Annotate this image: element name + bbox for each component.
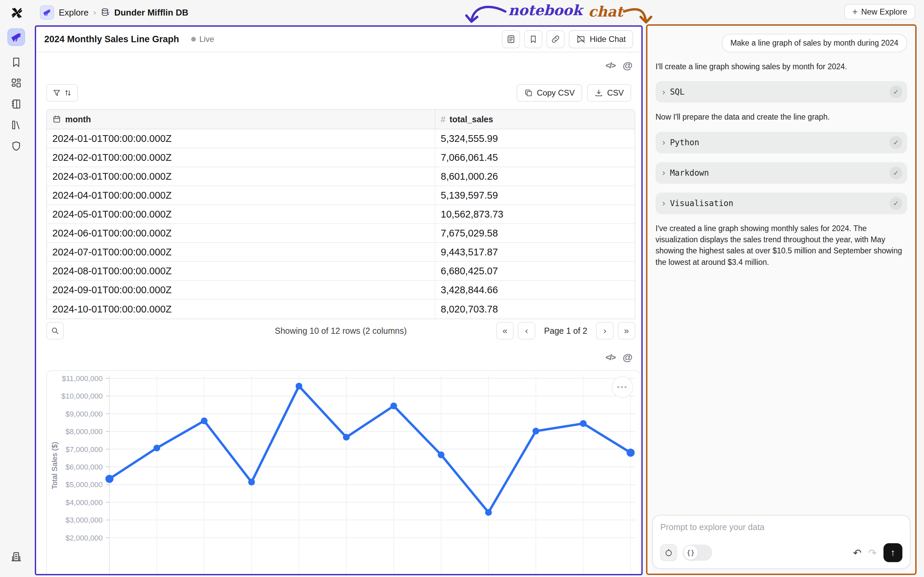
bookmark-button[interactable]	[524, 30, 542, 48]
column-header-total-sales[interactable]: # total_sales	[435, 110, 634, 129]
chat-annotation: chat	[588, 3, 623, 20]
check-icon: ✓	[890, 136, 902, 149]
history-button[interactable]	[660, 544, 677, 561]
cell-total-sales[interactable]: 7,066,061.45	[435, 148, 634, 166]
table-row[interactable]: 2024-07-01T00:00:00.000Z9,443,517.87	[47, 243, 634, 262]
cell-total-sales[interactable]: 8,020,703.78	[435, 300, 634, 319]
chat-thread: Make a line graph of sales by month duri…	[647, 26, 915, 510]
y-tick-label: $8,000,000	[66, 427, 103, 436]
first-page-button[interactable]: «	[496, 322, 514, 340]
mention-icon[interactable]: @	[623, 352, 633, 363]
chat-panel: Make a line graph of sales by month duri…	[646, 24, 917, 575]
breadcrumb-database[interactable]: Dunder Mifflin DB	[101, 7, 188, 18]
check-icon: ✓	[890, 166, 902, 179]
chevron-right-icon: ›	[662, 198, 665, 208]
data-point-jun[interactable]	[343, 434, 350, 440]
data-point-apr[interactable]	[248, 479, 255, 485]
table-row[interactable]: 2024-03-01T00:00:00.000Z8,601,000.26	[47, 167, 634, 186]
cell-total-sales[interactable]: 6,680,425.07	[435, 262, 634, 280]
code-block-markdown[interactable]: ›Markdown✓	[655, 162, 907, 184]
filter-sort-button[interactable]	[46, 84, 78, 102]
cell-month[interactable]: 2024-01-01T00:00:00.000Z	[47, 129, 435, 148]
code-icon[interactable]: </>	[605, 61, 615, 70]
data-point-mar[interactable]	[201, 417, 208, 424]
redo-button[interactable]: ↷	[868, 547, 877, 559]
sidebar-item-bookmarks[interactable]	[7, 53, 25, 71]
cell-month[interactable]: 2024-02-01T00:00:00.000Z	[47, 148, 435, 166]
table-row[interactable]: 2024-09-01T00:00:00.000Z3,428,844.66	[47, 281, 634, 300]
code-mode-toggle[interactable]: {}	[683, 545, 712, 561]
code-block-python[interactable]: ›Python✓	[655, 132, 907, 153]
prev-page-button[interactable]: ‹	[518, 322, 535, 340]
cell-month[interactable]: 2024-10-01T00:00:00.000Z	[47, 300, 435, 319]
cell-total-sales[interactable]: 3,428,844.66	[435, 281, 634, 299]
mention-icon[interactable]: @	[623, 60, 633, 71]
y-tick-label: $10,000,000	[61, 392, 103, 400]
breadcrumb-separator: ›	[93, 8, 96, 17]
code-block-sql[interactable]: ›SQL✓	[655, 81, 907, 103]
sidebar-item-apps[interactable]	[7, 74, 25, 92]
sidebar-item-organization[interactable]	[7, 548, 25, 566]
download-csv-button[interactable]: CSV	[587, 84, 631, 102]
data-point-oct[interactable]	[533, 428, 539, 434]
sidebar-item-security[interactable]	[7, 137, 25, 155]
data-point-dec[interactable]	[626, 449, 634, 457]
page-indicator: Page 1 of 2	[539, 326, 592, 336]
check-icon: ✓	[890, 197, 902, 210]
breadcrumb-section[interactable]: Explore	[59, 7, 89, 18]
chat-input-card[interactable]: Prompt to explore your data {} ↶ ↷ ↑	[652, 515, 911, 569]
sidebar-item-explore[interactable]	[7, 28, 25, 46]
code-icon[interactable]: </>	[605, 353, 615, 362]
share-link-button[interactable]	[546, 30, 565, 48]
code-block-visualisation[interactable]: ›Visualisation✓	[655, 193, 907, 214]
copy-csv-button[interactable]: Copy CSV	[517, 84, 582, 102]
table-row[interactable]: 2024-01-01T00:00:00.000Z5,324,555.99	[47, 129, 634, 148]
table-row[interactable]: 2024-02-01T00:00:00.000Z7,066,061.45	[47, 148, 634, 167]
table-row[interactable]: 2024-06-01T00:00:00.000Z7,675,029.58	[47, 224, 634, 243]
table-row[interactable]: 2024-04-01T00:00:00.000Z5,139,597.59	[47, 186, 634, 205]
chat-input-area: Prompt to explore your data {} ↶ ↷ ↑	[647, 510, 915, 574]
table-row[interactable]: 2024-08-01T00:00:00.000Z6,680,425.07	[47, 262, 634, 281]
undo-button[interactable]: ↶	[853, 547, 861, 559]
table-row[interactable]: 2024-10-01T00:00:00.000Z8,020,703.78	[47, 300, 634, 319]
data-point-jul[interactable]	[390, 403, 397, 409]
cell-month[interactable]: 2024-04-01T00:00:00.000Z	[47, 186, 435, 205]
cell-month[interactable]: 2024-03-01T00:00:00.000Z	[47, 167, 435, 185]
data-point-jan[interactable]	[105, 475, 113, 483]
last-page-button[interactable]: »	[618, 322, 635, 340]
cell-month[interactable]: 2024-09-01T00:00:00.000Z	[47, 281, 435, 299]
data-point-sep[interactable]	[485, 509, 492, 516]
cell-total-sales[interactable]: 5,139,597.59	[435, 186, 634, 205]
table-row[interactable]: 2024-05-01T00:00:00.000Z10,562,873.73	[47, 205, 634, 224]
explore-chip-icon[interactable]	[40, 5, 54, 19]
new-explore-button[interactable]: + New Explore	[844, 4, 915, 19]
data-point-nov[interactable]	[580, 420, 587, 427]
cell-total-sales[interactable]: 9,443,517.87	[435, 243, 634, 261]
cell-month[interactable]: 2024-06-01T00:00:00.000Z	[47, 224, 435, 242]
cell-month[interactable]: 2024-08-01T00:00:00.000Z	[47, 262, 435, 280]
data-point-aug[interactable]	[438, 451, 444, 458]
cell-total-sales[interactable]: 5,324,555.99	[435, 129, 634, 148]
clock-icon	[664, 548, 673, 557]
cell-month[interactable]: 2024-07-01T00:00:00.000Z	[47, 243, 435, 261]
cell-total-sales[interactable]: 7,675,029.58	[435, 224, 634, 242]
bookmark-icon	[10, 56, 22, 68]
sidebar-item-notebooks[interactable]	[7, 95, 25, 113]
hide-chat-button[interactable]: Hide Chat	[569, 30, 633, 48]
cell-month[interactable]: 2024-05-01T00:00:00.000Z	[47, 205, 435, 223]
chat-input[interactable]: Prompt to explore your data	[660, 522, 902, 532]
sidebar-item-library[interactable]	[7, 116, 25, 134]
next-page-button[interactable]: ›	[596, 322, 613, 340]
grid-icon	[10, 77, 22, 89]
notebook-view-button[interactable]	[502, 30, 520, 48]
cell-total-sales[interactable]: 8,601,000.26	[435, 167, 634, 185]
send-button[interactable]: ↑	[884, 543, 902, 562]
check-icon: ✓	[890, 85, 902, 98]
data-point-feb[interactable]	[153, 445, 160, 451]
cell-total-sales[interactable]: 10,562,873.73	[435, 205, 634, 223]
data-point-may[interactable]	[296, 383, 302, 390]
column-header-month[interactable]: month	[47, 110, 435, 129]
library-icon	[10, 119, 22, 131]
y-axis-label: Total Sales ($)	[50, 442, 59, 490]
chart-menu-button[interactable]: •••	[612, 376, 633, 398]
